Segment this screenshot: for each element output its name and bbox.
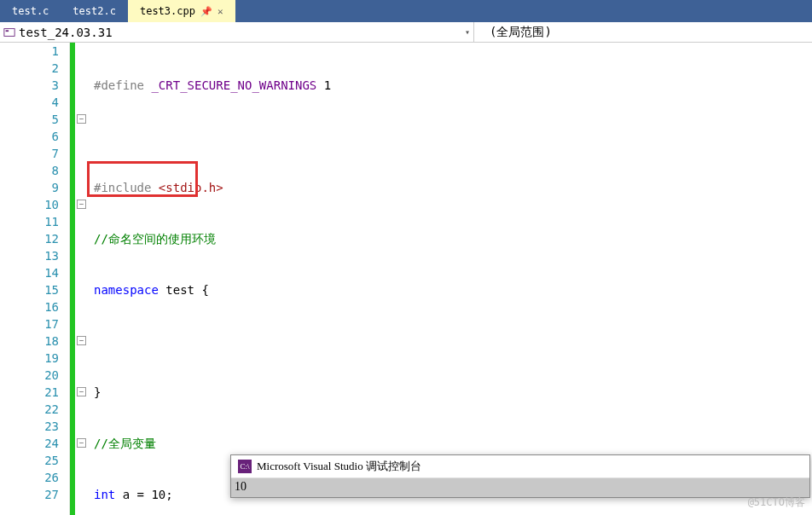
console-titlebar[interactable]: C:\ Microsoft Visual Studio 调试控制台 <box>231 455 809 478</box>
scope-right-label: (全局范围) <box>490 25 552 40</box>
scope-dropdown-right[interactable]: (全局范围) <box>474 22 812 42</box>
tab-test-c[interactable]: test.c <box>0 0 61 22</box>
context-bar: test_24.03.31 ▾ (全局范围) <box>0 22 812 43</box>
vs-icon: C:\ <box>238 460 252 473</box>
close-icon[interactable]: ✕ <box>218 6 223 17</box>
fold-toggle-icon[interactable]: − <box>77 200 86 209</box>
tab-bar: test.c test2.c test3.cpp 📌 ✕ <box>0 0 812 22</box>
watermark: @51CTO博客 <box>748 495 805 510</box>
line-number-gutter: 1234567891011121314151617181920212223242… <box>0 43 70 515</box>
fold-toggle-icon[interactable]: − <box>77 114 86 124</box>
svg-rect-1 <box>6 30 9 32</box>
svg-rect-0 <box>4 28 14 36</box>
tab-test2-c[interactable]: test2.c <box>61 0 128 22</box>
fold-toggle-icon[interactable]: − <box>77 387 86 396</box>
project-icon <box>3 26 15 38</box>
fold-toggle-icon[interactable]: − <box>77 336 86 345</box>
tab-test3-cpp[interactable]: test3.cpp 📌 ✕ <box>128 0 235 22</box>
chevron-down-icon: ▾ <box>465 27 470 37</box>
code-editor[interactable]: 1234567891011121314151617181920212223242… <box>0 43 812 515</box>
debug-console-window[interactable]: C:\ Microsoft Visual Studio 调试控制台 10 <box>230 454 810 498</box>
scope-dropdown-left[interactable]: test_24.03.31 ▾ <box>0 22 474 42</box>
scope-left-label: test_24.03.31 <box>19 26 113 39</box>
fold-toggle-icon[interactable]: − <box>77 438 86 448</box>
pin-icon[interactable]: 📌 <box>200 6 212 17</box>
console-title-text: Microsoft Visual Studio 调试控制台 <box>257 459 421 474</box>
fold-column: − − − − − <box>75 43 89 515</box>
console-output: 10 <box>231 478 809 497</box>
code-area[interactable]: #define _CRT_SECURE_NO_WARNINGS 1 #inclu… <box>89 43 812 515</box>
